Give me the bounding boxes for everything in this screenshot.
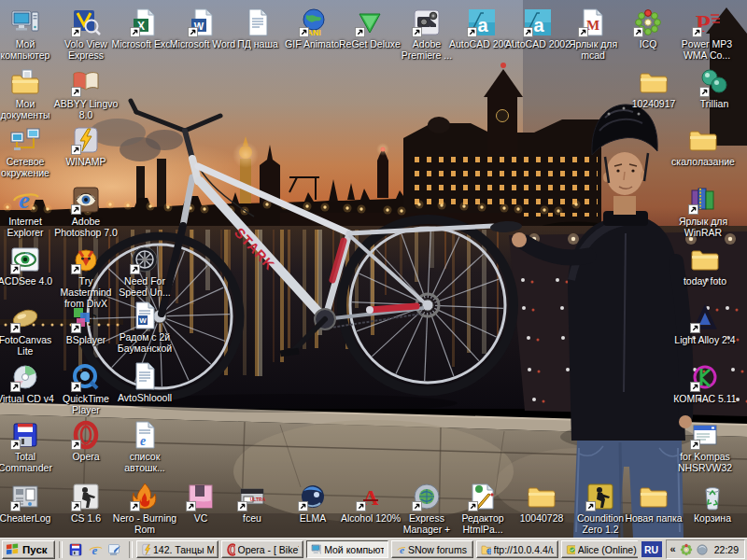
elma-icon xyxy=(298,482,328,511)
desktop-icon[interactable]: Сетевое окружение xyxy=(0,125,59,178)
taskbar-task-button[interactable]: ftp://10.0.4.4/up... xyxy=(476,540,558,558)
desktop-icon[interactable]: Редактор HtmlPa... xyxy=(449,482,516,535)
desktop-icon[interactable]: eсписок автошк... xyxy=(111,420,178,473)
svg-text:e: e xyxy=(400,543,404,554)
quick-launch-total-commander[interactable] xyxy=(68,541,84,557)
quick-launch-internet-explorer[interactable]: e xyxy=(88,541,104,557)
desktop-icon[interactable]: ICQ xyxy=(614,7,682,49)
shortcut-arrow-overlay xyxy=(412,27,422,37)
alcohol-icon: A xyxy=(356,482,386,511)
premiere-icon xyxy=(412,7,442,37)
taskbar-task-button[interactable]: 142. Танцы Мин... xyxy=(136,540,218,558)
system-tray: « 22:29 xyxy=(666,539,745,559)
desktop-icon[interactable]: ABBYY Lingvo 8.0 xyxy=(52,67,120,120)
taskbar-task-button[interactable]: Мой компьютер xyxy=(306,540,388,558)
desktop-icon[interactable]: Корзина xyxy=(679,482,746,524)
shortcut-arrow-overlay xyxy=(10,440,21,450)
shortcut-arrow-overlay xyxy=(71,382,81,392)
desktop-icon[interactable]: FotoCanvas Lite xyxy=(0,303,59,357)
shortcut-arrow-overlay xyxy=(71,440,81,450)
desktop-icon-label: QuickTime Player xyxy=(52,393,120,415)
shortcut-arrow-overlay xyxy=(71,501,81,511)
shortcut-arrow-overlay xyxy=(699,87,710,97)
desktop-icon[interactable]: Try Mastermind from DivX xyxy=(52,245,120,309)
desktop-icon[interactable]: Мой компьютер xyxy=(0,7,59,61)
desktop-icon[interactable]: 10040728 xyxy=(508,482,575,524)
desktop-icon[interactable]: Opera xyxy=(52,420,120,462)
desktop-icon[interactable]: eInternet Explorer xyxy=(0,185,59,238)
svg-text:a: a xyxy=(477,15,488,35)
shortcut-arrow-overlay xyxy=(356,501,366,511)
taskbar: Пуск e 142. Танцы Мин...Opera - [ BikeTr… xyxy=(0,538,747,560)
desktop-icon-label: today foto xyxy=(671,275,739,287)
desktop-icon[interactable]: Trillian xyxy=(681,67,747,109)
fceu-icon: ULTRA xyxy=(237,482,267,511)
desktop-icon-label: ICQ xyxy=(614,38,682,49)
clock[interactable]: 22:29 xyxy=(714,544,739,555)
desktop-icon[interactable]: QuickTime Player xyxy=(52,362,120,415)
winamp-icon xyxy=(141,543,150,556)
desktop-icon[interactable]: Новая папка xyxy=(620,482,687,524)
desktop-icon[interactable]: CheaterLog xyxy=(0,482,59,524)
desktop-icon[interactable]: ♪BSplayer xyxy=(52,303,120,345)
desktop-icon[interactable]: Adobe Photoshop 7.0 xyxy=(52,185,120,238)
desktop-icon[interactable]: 10240917 xyxy=(620,67,687,109)
acdsee-icon xyxy=(10,245,40,274)
desktop-icon[interactable]: Ярлык для WinRAR xyxy=(669,185,737,238)
desktop-icon[interactable]: ULTRAfceu xyxy=(218,482,286,524)
shortcut-arrow-overlay xyxy=(130,27,140,37)
taskbar-task-button[interactable]: eSNow forums -> ... xyxy=(391,540,473,558)
windows-logo-icon xyxy=(6,542,20,556)
desktop-icon-label: CS 1.6 xyxy=(52,512,120,524)
desktop[interactable]: STARK xyxy=(0,0,747,538)
desktop-icon[interactable]: Total Commander xyxy=(0,420,59,473)
desktop-icon[interactable]: CS 1.6 xyxy=(52,482,120,524)
desktop-icon-label: Ярлык для WinRAR xyxy=(669,216,737,238)
shortcut-arrow-overlay xyxy=(523,27,533,37)
taskbar-task-button[interactable]: Alice (Online) - M... xyxy=(561,540,638,558)
desktop-icon[interactable]: Volo View Express xyxy=(52,7,120,61)
tray-agent-icon[interactable] xyxy=(696,543,709,556)
desktop-icon[interactable]: PPower MP3 WMA Co... xyxy=(673,7,740,61)
cheaterlog-icon xyxy=(10,482,40,511)
desktop-icon[interactable]: Virtual CD v4 xyxy=(0,362,59,404)
start-button[interactable]: Пуск xyxy=(2,540,55,559)
nero-icon xyxy=(130,482,160,511)
desktop-icon[interactable]: for Kompas NHSRVW32 xyxy=(671,420,739,473)
shortcut-arrow-overlay xyxy=(10,382,21,392)
desktop-icon[interactable]: Мои документы xyxy=(0,67,59,120)
desktop-icon[interactable]: AvtoShloooll xyxy=(111,361,178,403)
desktop-icon-label: Light Alloy 2.4 xyxy=(671,334,739,345)
shortcut-arrow-overlay xyxy=(188,27,198,37)
desktop-icon-label: Internet Explorer xyxy=(0,216,59,238)
desktop-icon-label: Power MP3 WMA Co... xyxy=(673,38,740,61)
opera-icon xyxy=(226,543,235,556)
tray-icq-icon[interactable] xyxy=(680,543,693,556)
desktop-icon[interactable]: today foto xyxy=(671,245,739,287)
svg-text:M: M xyxy=(586,18,599,33)
ie-icon: e xyxy=(396,543,405,556)
desktop-icon-label: Adobe Photoshop 7.0 xyxy=(52,216,120,238)
shortcut-arrow-overlay xyxy=(690,382,700,392)
desktop-icon[interactable]: ACDSee 4.0 xyxy=(0,245,59,287)
desktop-icon-label: Total Commander xyxy=(0,451,59,473)
desktop-icon[interactable]: Light Alloy 2.4 xyxy=(671,303,739,345)
trillian-icon xyxy=(699,67,729,97)
desktop-icon[interactable]: WINAMP xyxy=(52,125,120,167)
tray-chevron-button[interactable]: « xyxy=(670,541,676,557)
desktop-icon[interactable]: КОМПАС 5.11 xyxy=(671,362,739,404)
desktop-icon[interactable]: Need For Speed Un... xyxy=(111,245,178,298)
desktop-icon[interactable]: WРадом с 2й Бауманской xyxy=(111,301,178,354)
folder-icon xyxy=(688,125,718,155)
htmldoc-icon: e xyxy=(130,420,160,450)
desktop-icon[interactable]: скалолазание xyxy=(669,125,737,167)
task-button-label: Alice (Online) - M... xyxy=(578,544,638,555)
quick-launch-show-desktop[interactable] xyxy=(107,541,123,557)
taskbar-divider xyxy=(129,541,133,558)
taskbar-task-button[interactable]: Opera - [ BikeTria... xyxy=(221,540,303,558)
desktop-icon-label: AvtoShloooll xyxy=(111,392,178,403)
shortcut-arrow-overlay xyxy=(71,87,81,97)
cs16-icon xyxy=(71,482,101,511)
language-indicator[interactable]: RU xyxy=(641,541,662,557)
task-button-label: 142. Танцы Мин... xyxy=(153,544,214,555)
